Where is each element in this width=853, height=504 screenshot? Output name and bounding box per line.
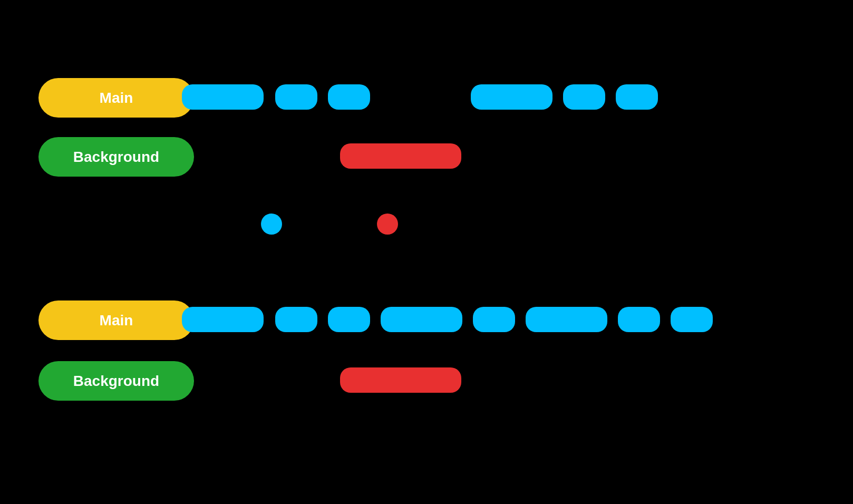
bottom-blue-pill-2 [275, 307, 317, 332]
bottom-blue-pill-6 [526, 307, 607, 332]
bottom-main-label: Main [38, 301, 194, 340]
top-blue-pill-4 [471, 84, 552, 110]
top-blue-pill-3 [328, 84, 370, 110]
top-blue-dot [261, 214, 282, 235]
bottom-background-label: Background [38, 361, 194, 401]
top-background-label: Background [38, 137, 194, 177]
top-blue-pill-2 [275, 84, 317, 110]
top-red-pill [340, 143, 461, 169]
top-blue-pill-1 [182, 84, 264, 110]
top-blue-pill-5 [563, 84, 605, 110]
bottom-blue-pill-8 [671, 307, 713, 332]
diagram: Main Background Main Background [0, 0, 853, 504]
bottom-blue-pill-4 [381, 307, 462, 332]
bottom-blue-pill-5 [473, 307, 515, 332]
bottom-blue-pill-7 [618, 307, 660, 332]
top-blue-pill-6 [616, 84, 658, 110]
bottom-red-pill [340, 367, 461, 393]
top-main-label: Main [38, 78, 194, 118]
top-red-dot [377, 214, 398, 235]
bottom-blue-pill-1 [182, 307, 264, 332]
bottom-blue-pill-3 [328, 307, 370, 332]
